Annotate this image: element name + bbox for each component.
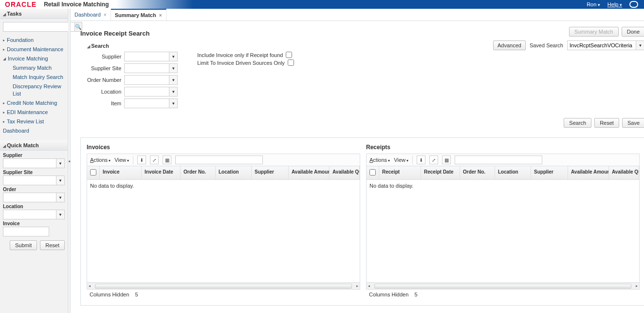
tree-doc-maintenance[interactable]: Document Maintenance <box>3 45 65 54</box>
col-supplier[interactable]: Supplier <box>252 166 289 179</box>
receipts-detach-icon[interactable]: ⤢ <box>429 156 438 164</box>
qm-location-label: Location <box>3 204 65 209</box>
receipts-actions-menu[interactable]: Actions <box>369 157 390 163</box>
receipts-select-all[interactable] <box>369 169 376 176</box>
user-menu[interactable]: Ron <box>587 1 600 7</box>
order-number-input[interactable] <box>124 75 169 85</box>
invoices-columns-hidden-label: Columns Hidden <box>90 292 129 297</box>
advanced-button[interactable]: Advanced <box>493 40 526 50</box>
saved-search-select[interactable] <box>568 41 636 50</box>
search-button[interactable]: Search <box>564 118 591 128</box>
invoices-actions-menu[interactable]: AActionsctions <box>90 157 110 163</box>
location-dd[interactable]: ▼ <box>169 87 178 97</box>
page-title: Invoice Receipt Search <box>80 30 644 37</box>
quick-match-panel-header[interactable]: Quick Match <box>0 140 68 151</box>
location-input[interactable] <box>124 87 169 97</box>
separator <box>133 156 133 164</box>
summary-match-button[interactable]: Summary Match <box>569 27 619 37</box>
item-dd[interactable]: ▼ <box>169 98 178 108</box>
supplier-site-dd[interactable]: ▼ <box>169 63 178 73</box>
tab-summary-match-label: Summary Match <box>115 12 156 18</box>
tab-summary-match[interactable]: Summary Match × <box>111 9 166 20</box>
tree-foundation[interactable]: Foundation <box>3 36 65 45</box>
col-order-no-r[interactable]: Order No. <box>460 166 495 179</box>
tree-match-inquiry[interactable]: Match Inquiry Search <box>3 73 65 82</box>
separator <box>412 156 413 164</box>
invoices-select-all[interactable] <box>90 169 96 176</box>
qm-reset-button[interactable]: Reset <box>40 240 65 250</box>
tree-summary-match[interactable]: Summary Match <box>3 63 65 73</box>
supplier-dd[interactable]: ▼ <box>169 52 178 61</box>
help-menu[interactable]: Help <box>607 1 622 7</box>
qm-order-dd[interactable]: ▼ <box>56 193 65 202</box>
receipts-panel: Receipts Actions View ⬇ ⤢ ▦ Receipt <box>366 144 640 299</box>
qm-order-input[interactable] <box>3 193 56 202</box>
qm-supplier-dd[interactable]: ▼ <box>56 158 65 168</box>
receipts-filter-input[interactable] <box>455 156 542 164</box>
order-number-dd[interactable]: ▼ <box>169 75 178 85</box>
invoices-panel: Invoices AActionsctions View ⬇ ⤢ ▦ Invo <box>87 144 360 299</box>
qm-supplier-site-dd[interactable]: ▼ <box>56 176 65 185</box>
tab-dashboard[interactable]: Dashboard × <box>71 9 111 20</box>
col-location[interactable]: Location <box>216 166 252 179</box>
page-content: Summary Match Done Invoice Receipt Searc… <box>71 21 644 313</box>
qm-submit-button[interactable]: Submit <box>10 240 37 250</box>
oracle-o-icon[interactable] <box>629 1 638 8</box>
qm-order-label: Order <box>3 187 65 192</box>
col-available-qty[interactable]: Available Quantity <box>330 166 360 179</box>
invoices-filter-input[interactable] <box>175 156 263 164</box>
receipts-view-menu[interactable]: View <box>394 157 408 163</box>
col-supplier-r[interactable]: Supplier <box>531 166 568 179</box>
reset-button[interactable]: Reset <box>594 118 619 128</box>
tree-invoice-matching[interactable]: Invoice Matching <box>3 54 65 63</box>
receipts-wrap-icon[interactable]: ▦ <box>442 156 451 164</box>
supplier-input[interactable] <box>124 52 169 61</box>
tasks-search-input[interactable] <box>3 22 74 32</box>
order-number-label: Order Number <box>87 77 121 83</box>
oracle-logo: ORACLE <box>5 0 37 8</box>
qm-invoice-label: Invoice <box>3 221 65 226</box>
tree-credit-note[interactable]: Credit Note Matching <box>3 98 65 108</box>
supplier-site-input[interactable] <box>124 63 169 73</box>
invoices-wrap-icon[interactable]: ▦ <box>163 156 171 164</box>
col-receipt[interactable]: Receipt <box>379 166 421 179</box>
tab-dashboard-close-icon[interactable]: × <box>104 12 107 18</box>
qm-location-input[interactable] <box>3 210 56 219</box>
tasks-tree: Foundation Document Maintenance Invoice … <box>0 35 68 140</box>
include-invoice-checkbox[interactable] <box>286 52 292 58</box>
qm-supplier-input[interactable] <box>3 158 56 168</box>
item-input[interactable] <box>124 98 169 108</box>
invoices-view-menu[interactable]: View <box>114 157 129 163</box>
app-title: Retail Invoice Matching <box>44 1 109 8</box>
col-location-r[interactable]: Location <box>495 166 531 179</box>
tree-edi[interactable]: EDI Maintenance <box>3 108 65 117</box>
tree-dashboard[interactable]: Dashboard <box>3 126 65 136</box>
limit-sources-checkbox[interactable] <box>288 59 294 66</box>
tree-discrepancy[interactable]: Discrepancy Review List <box>3 82 65 98</box>
receipts-body: No data to display. <box>367 180 639 282</box>
col-available-qty-r[interactable]: Available Quantity <box>609 166 639 179</box>
invoices-h-scrollbar[interactable] <box>87 282 360 289</box>
col-order-no[interactable]: Order No. <box>181 166 216 179</box>
qm-invoice-input[interactable] <box>3 227 49 236</box>
qm-location-dd[interactable]: ▼ <box>56 210 65 219</box>
invoices-detach-icon[interactable]: ⤢ <box>150 156 159 164</box>
col-invoice-date[interactable]: Invoice Date <box>142 166 181 179</box>
saved-search-dd[interactable]: ▼ <box>636 41 644 50</box>
receipts-h-scrollbar[interactable] <box>367 282 639 289</box>
invoices-columns-hidden-count: 5 <box>135 292 138 297</box>
col-receipt-date[interactable]: Receipt Date <box>421 166 460 179</box>
save-button[interactable]: Save <box>622 118 644 128</box>
tasks-panel-header[interactable]: Tasks <box>0 9 68 19</box>
tree-tax-review[interactable]: Tax Review List <box>3 117 65 126</box>
receipts-export-icon[interactable]: ⬇ <box>417 156 425 164</box>
receipts-title: Receipts <box>366 144 640 151</box>
receipts-columns-hidden-count: 5 <box>415 292 418 297</box>
qm-supplier-site-input[interactable] <box>3 176 56 185</box>
tab-summary-match-close-icon[interactable]: × <box>159 13 162 18</box>
col-invoice[interactable]: Invoice <box>100 166 142 179</box>
done-button[interactable]: Done <box>622 27 644 37</box>
col-available-amount[interactable]: Available Amount <box>289 166 330 179</box>
col-available-amount-r[interactable]: Available Amount <box>568 166 609 179</box>
invoices-export-icon[interactable]: ⬇ <box>137 156 146 164</box>
